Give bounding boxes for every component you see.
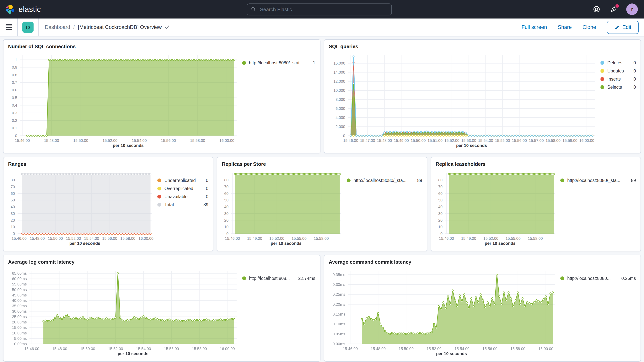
- svg-text:15:55:00: 15:55:00: [495, 138, 510, 143]
- svg-text:15:50:00: 15:50:00: [73, 138, 88, 143]
- chart-container: 15:46:0015:49:0015:52:0015:55:0015:58:00…: [222, 169, 347, 248]
- ranges-chart[interactable]: 15:46:0015:48:0015:50:0015:52:0015:54:00…: [8, 169, 158, 248]
- legend-item[interactable]: http://localhost:8080...0.26ms: [560, 276, 636, 281]
- svg-text:0.10ms: 0.10ms: [332, 322, 345, 326]
- svg-text:50: 50: [224, 198, 229, 202]
- replicas-per-store-chart[interactable]: 15:46:0015:49:0015:52:0015:55:0015:58:00…: [222, 169, 347, 248]
- legend-value: 0: [631, 60, 636, 65]
- legend-color-dot: [158, 178, 162, 182]
- panel-title: Number of SQL connections: [8, 43, 315, 50]
- panel-ranges: Ranges 15:46:0015:48:0015:50:0015:52:001…: [3, 157, 214, 251]
- svg-text:80: 80: [10, 178, 15, 182]
- legend-item[interactable]: http://localhost:808...22.74ms: [242, 276, 315, 281]
- legend-item[interactable]: Underreplicated0: [158, 178, 208, 183]
- svg-text:50.00ms: 50.00ms: [12, 288, 27, 292]
- svg-text:10,000: 10,000: [333, 88, 345, 92]
- svg-text:15:57:00: 15:57:00: [528, 138, 544, 143]
- legend-color-dot: [560, 178, 564, 182]
- svg-text:30: 30: [438, 212, 442, 216]
- svg-text:0.00ms: 0.00ms: [14, 342, 26, 346]
- breadcrumb-dashboard-link[interactable]: Dashboard: [45, 24, 70, 30]
- legend-item[interactable]: http://localhost:8080/_sta...89: [346, 178, 422, 183]
- legend-item[interactable]: Selects0: [600, 85, 636, 90]
- svg-text:15:52:00: 15:52:00: [269, 236, 284, 240]
- svg-text:25.00ms: 25.00ms: [12, 314, 27, 319]
- svg-text:15:49:00: 15:49:00: [247, 236, 262, 240]
- svg-text:16:00:00: 16:00:00: [538, 346, 553, 351]
- svg-text:20: 20: [10, 218, 15, 222]
- legend-color-dot: [560, 276, 564, 280]
- svg-text:35.00ms: 35.00ms: [12, 304, 27, 308]
- legend-item[interactable]: Updates0: [600, 68, 636, 73]
- svg-text:16:00:00: 16:00:00: [220, 346, 235, 351]
- help-button[interactable]: [592, 5, 601, 14]
- svg-text:per 10 seconds: per 10 seconds: [113, 143, 144, 148]
- legend-label: Unavailable: [164, 194, 188, 199]
- svg-text:0.9: 0.9: [12, 65, 17, 70]
- svg-text:15:56:00: 15:56:00: [102, 236, 117, 240]
- svg-text:40: 40: [10, 205, 15, 209]
- search-wrapper: [46, 3, 592, 15]
- page-title: [Metricbeat CockroachDB] Overview: [78, 24, 162, 30]
- deployment-slot: D: [18, 18, 38, 36]
- svg-text:15:46:00: 15:46:00: [343, 138, 358, 143]
- replica-leaseholders-chart[interactable]: 15:46:0015:49:0015:52:0015:55:0015:58:00…: [436, 169, 560, 248]
- legend-label: Underreplicated: [164, 178, 196, 183]
- svg-text:0.1: 0.1: [12, 126, 17, 130]
- svg-text:0.15ms: 0.15ms: [332, 312, 345, 316]
- title-dropdown-icon[interactable]: [165, 25, 170, 30]
- svg-text:15:59:00: 15:59:00: [562, 138, 577, 143]
- sql-queries-chart[interactable]: 15:46:0015:47:0015:48:0015:49:0015:50:00…: [329, 51, 600, 150]
- sql-connections-chart[interactable]: 15:46:0015:48:0015:50:0015:52:0015:54:00…: [8, 51, 242, 150]
- elastic-brand[interactable]: elastic: [0, 4, 46, 14]
- lifebuoy-icon: [593, 6, 600, 13]
- svg-text:15:55:00: 15:55:00: [292, 236, 307, 240]
- search-input[interactable]: [259, 6, 388, 12]
- legend-item[interactable]: Total89: [158, 202, 208, 207]
- svg-text:0.35ms: 0.35ms: [332, 272, 345, 277]
- legend-item[interactable]: Deletes0: [600, 60, 636, 65]
- svg-text:60: 60: [224, 192, 229, 196]
- global-search-box[interactable]: [247, 3, 392, 15]
- svg-text:0.4: 0.4: [12, 103, 17, 107]
- breadcrumb: Dashboard / [Metricbeat CockroachDB] Ove…: [38, 24, 176, 30]
- chart-legend: Deletes0Updates0Inserts0Selects0: [600, 51, 636, 150]
- svg-text:15:58:00: 15:58:00: [510, 346, 525, 351]
- full-screen-button[interactable]: Full screen: [522, 24, 547, 30]
- dashboard-actions: Full screen Share Clone Edit: [522, 21, 644, 34]
- svg-text:15:46:00: 15:46:00: [15, 138, 30, 143]
- svg-text:15:50:00: 15:50:00: [410, 138, 426, 143]
- panel-replica-leaseholders: Replica leaseholders 15:46:0015:49:0015:…: [430, 157, 641, 251]
- legend-item[interactable]: Unavailable0: [158, 194, 208, 199]
- svg-text:15.00ms: 15.00ms: [12, 326, 27, 330]
- svg-text:15:53:00: 15:53:00: [461, 138, 476, 143]
- user-avatar[interactable]: r: [626, 4, 638, 15]
- svg-text:15:52:00: 15:52:00: [483, 236, 498, 240]
- svg-text:4,000: 4,000: [335, 116, 345, 120]
- svg-text:60: 60: [438, 192, 442, 196]
- share-button[interactable]: Share: [558, 24, 572, 30]
- hamburger-icon: [6, 24, 12, 26]
- svg-text:15:50:00: 15:50:00: [80, 346, 95, 351]
- legend-item[interactable]: Inserts0: [600, 77, 636, 81]
- command-commit-latency-chart[interactable]: 15:46:0015:48:0015:50:0015:52:0015:54:00…: [329, 267, 560, 358]
- svg-text:15:46:00: 15:46:00: [439, 236, 454, 240]
- news-feed-button[interactable]: [609, 5, 618, 14]
- legend-item[interactable]: http://localhost:8080/_stat...1: [242, 60, 315, 65]
- log-commit-latency-chart[interactable]: 15:46:0015:48:0015:50:0015:52:0015:54:00…: [8, 267, 242, 358]
- clone-button[interactable]: Clone: [582, 24, 596, 30]
- legend-item[interactable]: http://localhost:8080/_sta...89: [560, 178, 636, 183]
- svg-text:0.7: 0.7: [12, 80, 17, 84]
- svg-text:0: 0: [343, 134, 345, 138]
- legend-item[interactable]: Overreplicated0: [158, 186, 208, 191]
- svg-text:15:56:00: 15:56:00: [512, 138, 527, 143]
- panel-title: Replicas per Store: [222, 161, 422, 167]
- deployment-badge[interactable]: D: [22, 22, 34, 33]
- brand-title: elastic: [18, 5, 41, 14]
- edit-button[interactable]: Edit: [607, 21, 638, 34]
- svg-text:15:49:00: 15:49:00: [461, 236, 476, 240]
- svg-text:45.00ms: 45.00ms: [12, 293, 27, 297]
- menu-button[interactable]: [0, 18, 18, 36]
- svg-text:15:52:00: 15:52:00: [102, 138, 118, 143]
- svg-text:1: 1: [15, 58, 17, 62]
